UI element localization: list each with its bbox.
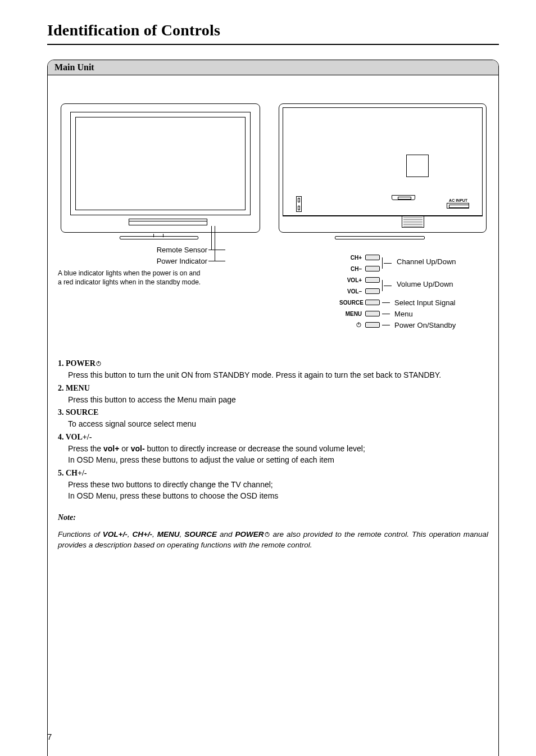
menu-label: Menu <box>390 310 413 318</box>
item-4-vol: 4. VOL+/- Press the vol+ or vol- button … <box>58 431 488 466</box>
ch-updown-label: Channel Up/Down <box>392 257 456 266</box>
page-number: 7 <box>47 732 52 741</box>
source-label: Select Input Signal <box>390 298 455 307</box>
item-4-body-0: Press the vol+ or vol- button to directl… <box>58 443 488 454</box>
power-icon-inline-2 <box>264 531 270 537</box>
main-frame: Main Unit Remote <box>47 60 499 756</box>
indicator-description: A blue indicator lights when the power i… <box>58 269 238 287</box>
ac-input-label: AC INPUT <box>449 198 467 202</box>
btn-power: Power On/Standby <box>339 319 456 331</box>
controls-list: 1. POWER Press this button to turn the u… <box>58 357 488 551</box>
btn-source: SOURCE Select Input Signal <box>339 297 456 308</box>
item-5-ch: 5. CH+/- Press these two buttons to dire… <box>58 467 488 502</box>
diagrams-row: Remote Sensor Power Indicator A blue ind… <box>58 103 488 328</box>
item-2-menu: 2. MENU Press this button to access the … <box>58 382 488 406</box>
tv-back-diagram: AC INPUT <box>279 103 488 328</box>
item-1-power: 1. POWER Press this button to turn the u… <box>58 357 488 381</box>
btn-menu: MENU Menu <box>339 308 456 319</box>
power-onstandby-label: Power On/Standby <box>390 321 456 329</box>
note-heading: Note: <box>58 512 488 523</box>
power-icon <box>339 322 365 328</box>
power-icon-inline <box>96 360 102 366</box>
item-3-source: 3. SOURCE To access signal source select… <box>58 406 488 430</box>
note-body: Functions of VOL+/-, CH+/-, MENU, SOURCE… <box>58 529 488 551</box>
remote-sensor-label: Remote Sensor <box>153 246 207 254</box>
btn-vol-minus: VOL– Volume Up/Down <box>339 286 456 297</box>
power-indicator-label: Power Indicator <box>153 257 207 265</box>
page-title: Identification of Controls <box>47 21 499 39</box>
vol-updown-label: Volume Up/Down <box>392 280 453 288</box>
section-header: Main Unit <box>48 60 498 75</box>
tv-front-diagram: Remote Sensor Power Indicator A blue ind… <box>58 103 262 328</box>
button-column: CH+ CH– Channel Up/Down VOL+ <box>339 252 456 331</box>
btn-ch-minus: CH– Channel Up/Down <box>339 263 456 274</box>
title-rule <box>47 44 499 45</box>
